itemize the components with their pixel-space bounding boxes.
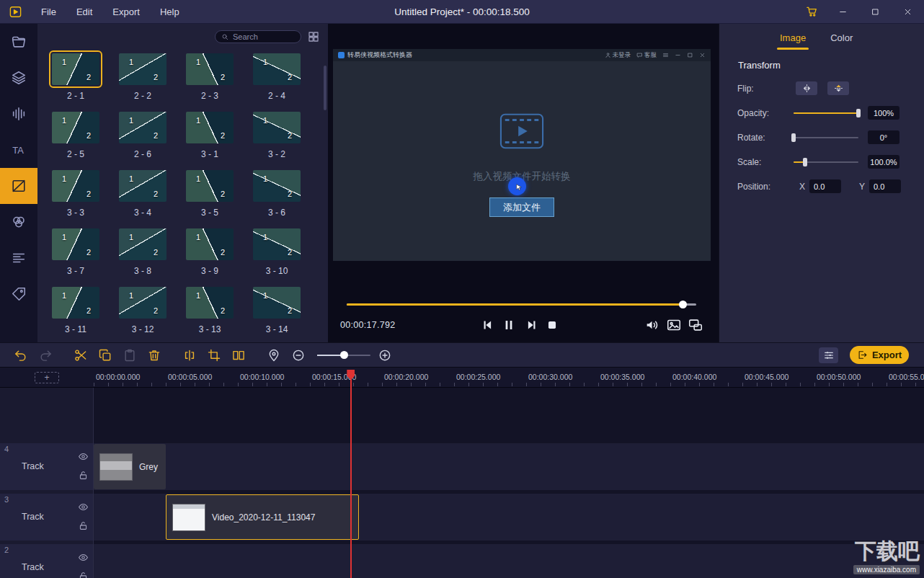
zoom-out-button[interactable] xyxy=(291,348,306,363)
rotate-slider[interactable] xyxy=(794,137,858,138)
transition-item[interactable]: 122 - 3 xyxy=(186,53,234,112)
volume-button[interactable] xyxy=(644,317,660,333)
timeline-clip[interactable]: Grey xyxy=(94,444,166,489)
zoom-slider[interactable] xyxy=(317,348,370,363)
transition-item[interactable]: 123 - 14 xyxy=(253,287,301,342)
track-visibility-toggle[interactable] xyxy=(78,502,89,512)
position-x-input[interactable]: 0.0 xyxy=(809,179,841,193)
export-button[interactable]: Export xyxy=(850,346,909,364)
transition-item[interactable]: 123 - 9 xyxy=(186,228,234,287)
maximize-button[interactable] xyxy=(859,0,892,24)
store-cart-button[interactable] xyxy=(798,0,827,24)
sidebar-item-tags[interactable] xyxy=(0,276,37,312)
transition-item[interactable]: 123 - 8 xyxy=(119,228,166,287)
search-input[interactable] xyxy=(233,32,295,41)
menu-edit[interactable]: Edit xyxy=(68,4,100,20)
sidebar-item-media[interactable] xyxy=(0,24,37,60)
layout-grid-button[interactable] xyxy=(307,30,320,43)
tab-image[interactable]: Image xyxy=(780,32,806,43)
cut-button[interactable] xyxy=(74,348,88,363)
seek-bar[interactable] xyxy=(347,303,696,306)
panel-scrollbar[interactable] xyxy=(324,66,326,110)
transition-thumbnail: 12 xyxy=(52,112,99,143)
transition-item[interactable]: 122 - 5 xyxy=(52,112,99,170)
render-preview-button[interactable] xyxy=(819,347,838,363)
track-visibility-toggle[interactable] xyxy=(78,552,89,563)
sidebar-item-behaviors[interactable] xyxy=(0,240,37,276)
transition-item[interactable]: 123 - 6 xyxy=(253,170,301,228)
sidebar-item-text[interactable]: TA xyxy=(0,132,37,168)
transition-item[interactable]: 122 - 6 xyxy=(119,112,166,170)
transition-item[interactable]: 123 - 13 xyxy=(186,287,234,342)
sidebar-item-audio[interactable] xyxy=(0,96,37,132)
timeline-clip[interactable]: Video_2020-12-11_113047 xyxy=(166,494,359,540)
track-lane[interactable]: Grey xyxy=(94,443,924,490)
transition-item[interactable]: 123 - 1 xyxy=(186,112,234,170)
close-button[interactable] xyxy=(892,0,924,24)
track-lock-toggle[interactable] xyxy=(78,571,89,578)
crop-button[interactable] xyxy=(207,348,221,363)
track-lane[interactable] xyxy=(94,544,924,578)
split-button[interactable] xyxy=(182,348,197,363)
undo-button[interactable] xyxy=(14,348,28,363)
pause-button[interactable] xyxy=(501,317,517,333)
paste-button[interactable] xyxy=(123,348,137,363)
export-icon xyxy=(857,350,868,360)
pip-button[interactable] xyxy=(688,317,703,333)
add-files-button[interactable]: 添加文件 xyxy=(489,197,554,217)
rotate-value[interactable]: 0° xyxy=(868,130,899,144)
transition-item[interactable]: 123 - 2 xyxy=(253,112,301,170)
snapshot-button[interactable] xyxy=(666,317,682,333)
next-frame-button[interactable] xyxy=(523,317,539,333)
transition-item[interactable]: 123 - 7 xyxy=(52,228,99,287)
ripple-edit-button[interactable] xyxy=(231,348,246,363)
previous-frame-button[interactable] xyxy=(480,317,496,333)
sidebar-item-filters[interactable] xyxy=(0,204,37,240)
zoom-slider-handle[interactable] xyxy=(340,351,348,359)
track-lane[interactable]: Video_2020-12-11_113047 xyxy=(94,494,924,541)
tab-color[interactable]: Color xyxy=(830,32,853,43)
track-label: Track xyxy=(22,544,44,578)
menu-export[interactable]: Export xyxy=(105,4,148,20)
transition-item[interactable]: 123 - 4 xyxy=(119,170,166,228)
redo-button[interactable] xyxy=(38,348,53,363)
scale-slider-handle[interactable] xyxy=(803,158,807,166)
menubar: FileEditExportHelp xyxy=(33,4,187,20)
transition-item[interactable]: 123 - 12 xyxy=(119,287,166,342)
timeline-ruler[interactable]: + 00:00:00.00000:00:05.00000:00:10.00000… xyxy=(0,368,924,388)
transition-item[interactable]: 122 - 4 xyxy=(253,53,301,112)
copy-button[interactable] xyxy=(98,348,112,363)
stop-button[interactable] xyxy=(544,317,560,333)
marker-button[interactable] xyxy=(267,348,281,363)
opacity-slider-handle[interactable] xyxy=(856,109,861,117)
minimize-button[interactable] xyxy=(827,0,859,24)
playhead[interactable] xyxy=(350,379,352,578)
add-track-button[interactable]: + xyxy=(35,372,59,383)
transition-item[interactable]: 123 - 11 xyxy=(52,287,99,342)
seek-handle[interactable] xyxy=(679,301,687,308)
rotate-slider-handle[interactable] xyxy=(791,133,796,142)
scale-value[interactable]: 100.0% xyxy=(868,155,899,169)
position-y-input[interactable]: 0.0 xyxy=(869,179,901,193)
track-lock-toggle[interactable] xyxy=(78,520,89,531)
scale-slider[interactable] xyxy=(794,161,858,163)
flip-vertical-button[interactable] xyxy=(827,81,849,95)
opacity-slider[interactable] xyxy=(794,112,858,114)
transition-item[interactable]: 123 - 10 xyxy=(253,228,301,287)
track-visibility-toggle[interactable] xyxy=(78,451,89,462)
menu-help[interactable]: Help xyxy=(152,4,187,20)
delete-button[interactable] xyxy=(147,348,161,363)
transition-item[interactable]: 123 - 5 xyxy=(186,170,234,228)
opacity-value[interactable]: 100% xyxy=(868,106,899,120)
track-lock-toggle[interactable] xyxy=(78,470,89,481)
transition-item[interactable]: 122 - 1 xyxy=(52,53,99,112)
flip-horizontal-button[interactable] xyxy=(796,81,817,95)
zoom-in-button[interactable] xyxy=(378,348,392,363)
search-box[interactable] xyxy=(215,30,301,43)
sidebar-item-elements[interactable] xyxy=(0,60,37,96)
sidebar-item-transitions[interactable] xyxy=(0,168,37,204)
transition-item[interactable]: 122 - 2 xyxy=(119,53,166,112)
menu-file[interactable]: File xyxy=(33,4,64,20)
app-window-title: 转易侠视频格式转换器 xyxy=(347,50,412,60)
transition-item[interactable]: 123 - 3 xyxy=(52,170,99,228)
